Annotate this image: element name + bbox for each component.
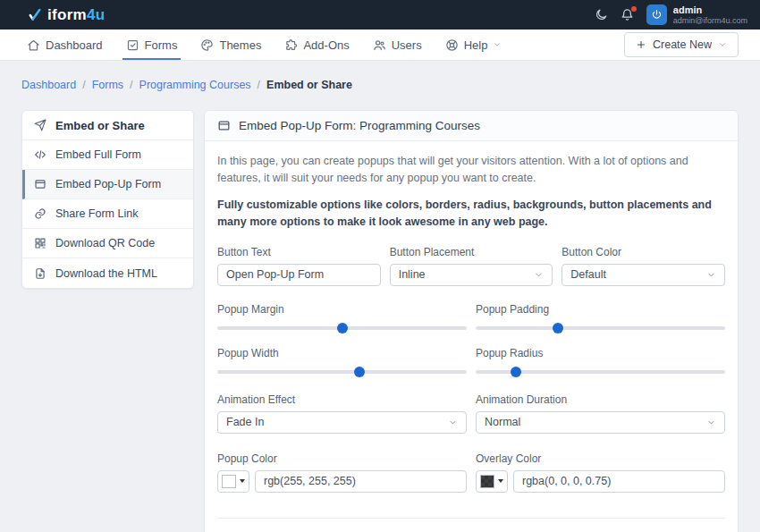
popup-color-picker-button[interactable]: [217, 470, 249, 493]
sidebar-item-label: Share Form Link: [55, 207, 138, 220]
moon-icon[interactable]: [595, 8, 608, 21]
bell-icon[interactable]: [621, 8, 634, 21]
panel-header: Embed Pop-Up Form: Programming Courses: [205, 111, 738, 141]
link-icon: [34, 207, 46, 220]
embed-popup-panel: Embed Pop-Up Form: Programming Courses I…: [204, 110, 739, 532]
user-email: admin@iform4u.com: [673, 16, 747, 26]
power-icon: [651, 9, 663, 21]
brand-name: iform4u: [47, 6, 105, 24]
overlay-color-picker-button[interactable]: [476, 470, 508, 493]
button-text-label: Button Text: [217, 246, 381, 258]
sidebar-item-share-form-link[interactable]: Share Form Link: [22, 199, 193, 229]
sidebar-item-label: Download QR Code: [55, 237, 155, 249]
intro-bold-text: Fully customizable options like colors, …: [217, 197, 718, 232]
margin-padding-row: Popup Margin Popup Padding: [217, 303, 725, 330]
sidebar-item-label: Download the HTML: [55, 267, 157, 280]
topbar-right: admin admin@iform4u.com: [595, 4, 747, 26]
popup-padding-slider[interactable]: [476, 326, 725, 330]
create-new-button[interactable]: Create New: [624, 32, 739, 57]
breadcrumb-separator: /: [258, 79, 260, 91]
create-new-label: Create New: [653, 38, 712, 51]
button-placement-label: Button Placement: [390, 246, 553, 258]
users-icon: [373, 38, 386, 52]
avatar: [646, 4, 667, 25]
breadcrumb-form-name[interactable]: Programming Courses: [139, 79, 251, 91]
life-buoy-icon: [445, 38, 459, 52]
qr-code-icon: [34, 237, 46, 249]
popup-padding-slider-thumb[interactable]: [553, 323, 563, 334]
nav-item-forms[interactable]: Forms: [126, 30, 178, 60]
sidebar-item-embed-full-form[interactable]: Embed Full Form: [22, 140, 193, 170]
sidebar-item-label: Embed Full Form: [55, 148, 141, 161]
animation-duration-value: Normal: [485, 416, 520, 428]
popup-margin-slider[interactable]: [217, 326, 467, 330]
sidebar-item-download-html[interactable]: Download the HTML: [22, 258, 193, 288]
checkmark-logo-icon: [27, 7, 43, 23]
popup-color-input[interactable]: [255, 470, 467, 493]
overlay-color-input[interactable]: [513, 470, 725, 493]
sidebar-item-download-qr-code[interactable]: Download QR Code: [22, 229, 193, 258]
popup-color-label: Popup Color: [217, 452, 467, 465]
animation-effect-value: Fade In: [226, 416, 264, 428]
chevron-down-icon: [706, 418, 716, 427]
breadcrumb: Dashboard / Forms / Programming Courses …: [0, 61, 760, 91]
caret-down-icon: [498, 479, 503, 483]
popup-padding-label: Popup Padding: [476, 303, 725, 316]
popup-radius-label: Popup Radius: [476, 347, 725, 359]
actions-divider: [217, 518, 725, 519]
app-screen: iform4u admin admin@iform4u.com: [0, 0, 760, 532]
animation-duration-select[interactable]: Normal: [476, 411, 725, 434]
animation-row: Animation Effect Fade In Animation Durat…: [217, 393, 725, 434]
popup-color-swatch: [222, 475, 236, 488]
popup-width-slider[interactable]: [217, 370, 467, 374]
nav-label: Dashboard: [46, 38, 103, 52]
puzzle-icon: [284, 38, 298, 52]
share-sidebar: Embed or Share Embed Full Form Embed Pop…: [21, 110, 194, 289]
button-color-select[interactable]: Default: [562, 264, 725, 286]
breadcrumb-separator: /: [130, 79, 132, 91]
popup-margin-slider-thumb[interactable]: [337, 323, 348, 334]
chevron-down-icon: [706, 270, 716, 280]
width-radius-row: Popup Width Popup Radius: [217, 347, 725, 374]
popup-window-icon: [34, 178, 46, 190]
send-icon: [34, 119, 46, 131]
notification-dot: [631, 6, 637, 12]
chevron-down-icon: [448, 418, 458, 427]
intro-text: In this page, you can create popups that…: [217, 153, 718, 188]
breadcrumb-dashboard[interactable]: Dashboard: [21, 79, 76, 91]
brand-logo[interactable]: iform4u: [27, 6, 105, 24]
popup-window-icon: [217, 119, 231, 132]
file-download-icon: [34, 267, 46, 280]
colors-row: Popup Color Overlay Color: [217, 452, 725, 493]
panel-title: Embed Pop-Up Form: Programming Courses: [239, 119, 480, 132]
nav-item-add-ons[interactable]: Add-Ons: [284, 30, 349, 60]
animation-effect-label: Animation Effect: [217, 393, 467, 406]
button-placement-value: Inline: [399, 268, 426, 281]
breadcrumb-current: Embed or Share: [266, 79, 352, 91]
code-icon: [34, 148, 46, 161]
nav-item-themes[interactable]: Themes: [200, 30, 261, 60]
animation-effect-select[interactable]: Fade In: [217, 411, 467, 434]
nav-item-dashboard[interactable]: Dashboard: [27, 30, 103, 60]
popup-radius-slider-thumb[interactable]: [511, 367, 521, 377]
breadcrumb-separator: /: [82, 79, 85, 91]
user-name: admin: [673, 4, 747, 16]
sidebar-item-embed-popup-form[interactable]: Embed Pop-Up Form: [22, 170, 193, 199]
nav-label: Help: [464, 38, 488, 52]
button-text-input[interactable]: [217, 264, 381, 286]
button-options-row: Button Text Button Placement Inline Butt…: [217, 246, 725, 286]
nav-items: Dashboard Forms Themes Add-Ons Users Hel…: [27, 30, 502, 60]
plus-icon: [636, 39, 646, 50]
button-placement-select[interactable]: Inline: [390, 264, 553, 286]
content-row: Embed or Share Embed Full Form Embed Pop…: [0, 91, 760, 532]
overlay-color-label: Overlay Color: [476, 452, 725, 465]
nav-item-help[interactable]: Help: [445, 30, 502, 60]
user-menu[interactable]: admin admin@iform4u.com: [646, 4, 747, 26]
popup-width-slider-thumb[interactable]: [354, 367, 365, 377]
nav-item-users[interactable]: Users: [373, 30, 422, 60]
caret-down-icon: [240, 479, 245, 483]
caret-down-icon: [493, 40, 502, 49]
breadcrumb-forms[interactable]: Forms: [92, 79, 123, 91]
popup-radius-slider[interactable]: [476, 370, 725, 374]
sidebar-item-embed-or-share[interactable]: Embed or Share: [22, 111, 193, 140]
